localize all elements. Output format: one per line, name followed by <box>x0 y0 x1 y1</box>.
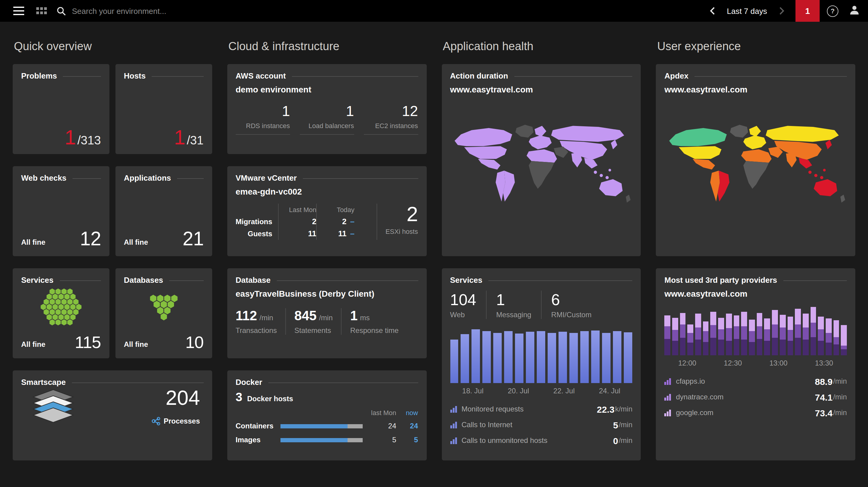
apdex-map <box>656 97 856 239</box>
tile-smartscape[interactable]: Smartscape 204 <box>13 370 212 460</box>
chart-bar-segment <box>841 325 847 346</box>
legend-value: 0 <box>613 435 618 446</box>
chart-bar-segment <box>711 312 716 325</box>
metric-web: 104 Web <box>450 291 486 319</box>
tile-vmware-vcenter[interactable]: VMware vCenter emea-gdn-vc002 Last Mon T… <box>227 166 427 256</box>
application-name: www.easytravel.com <box>441 80 641 94</box>
chart-bar-segment <box>664 326 670 339</box>
chart-bar-segment <box>818 341 824 355</box>
column-application-health: Application health Action duration www.e… <box>441 22 641 473</box>
chart-bar-segment <box>672 341 678 355</box>
apps-grid-button[interactable] <box>30 0 53 22</box>
legend-label: google.com <box>676 409 815 417</box>
problems-ratio: 1 /313 <box>65 126 101 149</box>
chart-bar-segment <box>795 309 801 324</box>
problems-total: /313 <box>78 133 101 148</box>
chart-bar-segment <box>718 340 724 355</box>
title-rule <box>169 280 204 281</box>
legend-row-calls-internet: Calls to Internet 5 /min <box>446 417 636 433</box>
processes-count: 204 <box>151 386 200 410</box>
chart-bar <box>711 307 716 355</box>
problems-badge[interactable]: 1 <box>796 0 819 22</box>
tile-applications[interactable]: Applications All fine 21 <box>116 166 212 256</box>
chart-bar <box>703 307 709 355</box>
tile-aws-account[interactable]: AWS account demo environment 1 RDS insta… <box>227 64 427 154</box>
metric-value: 1 <box>236 103 290 120</box>
chart-bar-segment <box>726 328 732 341</box>
tile-apdex[interactable]: Apdex www.easytravel.com <box>656 64 856 256</box>
chart-bars <box>664 307 847 355</box>
tile-action-duration[interactable]: Action duration www.easytravel.com <box>441 64 641 256</box>
help-button[interactable]: ? <box>819 0 846 22</box>
chart-bar <box>841 307 847 355</box>
chart-bar-segment <box>803 314 808 327</box>
timeframe-next-button[interactable] <box>773 0 790 22</box>
application-name: www.easytravel.com <box>656 80 856 94</box>
tile-web-checks[interactable]: Web checks All fine 12 <box>13 166 110 256</box>
chart-bar-segment <box>741 312 747 326</box>
legend-label: dynatrace.com <box>676 393 815 401</box>
metric-value: 845 <box>294 308 316 324</box>
title-rule <box>303 178 418 179</box>
metric-label: Messaging <box>496 311 531 319</box>
timeframe-prev-button[interactable] <box>703 0 721 22</box>
services-legend: Monitored requests 22.3 k/min Calls to I… <box>446 401 636 448</box>
tile-third-party-providers[interactable]: Most used 3rd party providers www.easytr… <box>656 268 856 460</box>
chart-bar-segment <box>780 327 785 340</box>
chart-bar-segment <box>749 342 755 355</box>
menu-button[interactable] <box>7 0 30 22</box>
chart-bar-segment <box>695 314 701 327</box>
tile-docker[interactable]: Docker 3 Docker hosts last Mon now Conta… <box>227 370 427 460</box>
metric-value: 6 <box>551 291 591 310</box>
chart-bar-segment <box>818 317 824 329</box>
title-rule <box>514 76 632 77</box>
chart-bar <box>591 330 600 383</box>
title-rule <box>177 178 204 179</box>
metric-value: 1 <box>300 103 354 120</box>
chart-bar <box>664 307 670 355</box>
hamburger-icon <box>13 7 24 15</box>
containers-last-mon: 24 <box>368 422 396 430</box>
timeframe-label[interactable]: Last 7 days <box>727 6 767 15</box>
tile-services-health[interactable]: Services 104 Web 1 Messaging 6 RMI/Custo… <box>441 268 641 460</box>
dashboard-grid: Quick overview Problems 1 /313 Hosts 1 /… <box>0 22 868 473</box>
migrations-today: 2– <box>316 216 354 228</box>
docker-row-containers: Containers 24 24 <box>236 422 418 430</box>
tile-databases[interactable]: Databases All fine 10 <box>116 268 212 358</box>
tile-services[interactable]: Services All fine 115 <box>13 268 110 358</box>
chart-bar-segment <box>756 313 762 326</box>
title-rule <box>783 280 847 281</box>
chart-bar <box>504 331 513 383</box>
legend-value: 22.3 <box>597 404 614 414</box>
chart-bar-segment <box>810 337 816 355</box>
x-axis-label: 12:00 <box>664 359 710 367</box>
quick-overview-tiles: Problems 1 /313 Hosts 1 /31 Web checks <box>13 64 212 460</box>
chart-bar <box>624 333 632 383</box>
chart-x-labels: 12:0012:3013:0013:30 <box>664 359 847 367</box>
chart-bar <box>734 307 739 355</box>
legend-row-cfapps: cfapps.io 88.9 /min <box>661 374 851 389</box>
chart-bar-segment <box>810 307 816 323</box>
chart-bar <box>688 307 693 355</box>
search-icon[interactable] <box>54 6 71 15</box>
tile-title: Problems <box>21 71 57 80</box>
metric-label: Web <box>450 311 476 319</box>
tile-hosts[interactable]: Hosts 1 /31 <box>116 64 212 154</box>
database-name: easyTravelBusiness (Derby Client) <box>227 285 427 298</box>
containers-now: 24 <box>396 422 418 430</box>
chart-bar <box>472 329 480 383</box>
row-label-migrations: Migrations <box>236 216 278 228</box>
metric-ec2: 12 EC2 instances <box>364 103 418 135</box>
chart-bar-segment <box>795 324 801 338</box>
chart-bar <box>833 307 839 355</box>
docker-row-images: Images 5 5 <box>236 436 418 444</box>
docker-table: last Mon now Containers 24 24 Images 5 5 <box>236 409 418 444</box>
action-duration-map <box>441 97 641 239</box>
user-button[interactable] <box>846 0 868 22</box>
tile-problems[interactable]: Problems 1 /313 <box>13 64 110 154</box>
column-title-application-health: Application health <box>443 40 641 53</box>
search-input[interactable] <box>71 6 230 16</box>
chart-bar-segment <box>780 315 785 327</box>
tile-title: VMware vCenter <box>236 173 297 183</box>
tile-database[interactable]: Database easyTravelBusiness (Derby Clien… <box>227 268 427 358</box>
